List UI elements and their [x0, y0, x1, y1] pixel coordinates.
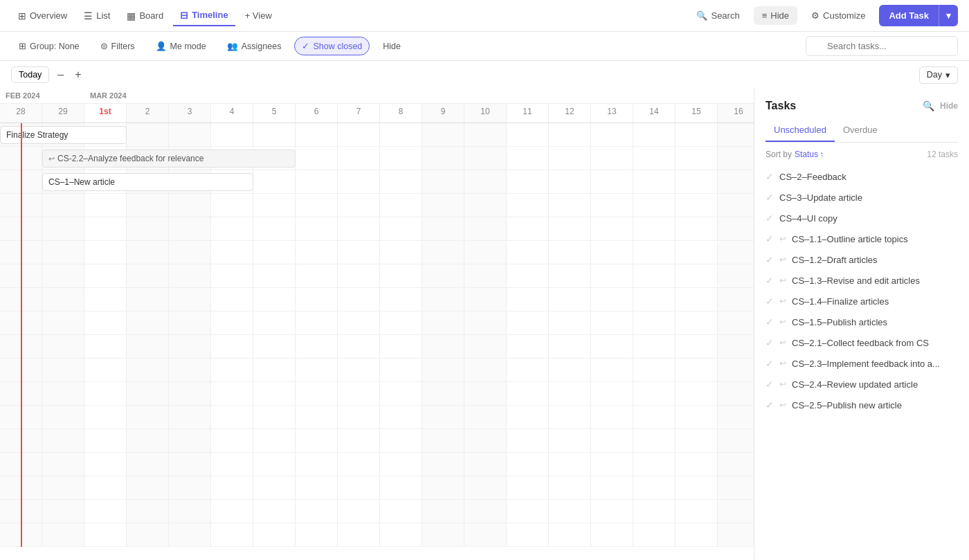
task-item[interactable]: ✓↩CS–1.4–Finalize articles	[757, 291, 966, 311]
subtask-icon: ↩	[779, 338, 786, 347]
day-selector[interactable]: Day ▾	[919, 66, 958, 84]
hide-button[interactable]: ≡ Hide	[754, 6, 797, 25]
nav-add-view[interactable]: + View	[238, 6, 279, 25]
grid-cell	[676, 476, 718, 500]
next-nav-button[interactable]: +	[72, 67, 84, 82]
today-button[interactable]: Today	[11, 66, 49, 83]
sort-arrow-icon: ↑	[819, 150, 824, 159]
grid-cell	[380, 311, 422, 335]
task-bar-cs1[interactable]: CS–1–New article	[42, 173, 253, 191]
grid-cell	[422, 406, 464, 429]
filters-button[interactable]: ⊜ Filters	[93, 37, 143, 55]
nav-list[interactable]: ☰ List	[77, 6, 117, 26]
grid-cell	[338, 241, 380, 264]
grid-cell	[127, 194, 169, 217]
grid-cell	[211, 523, 253, 547]
prev-nav-button[interactable]: –	[55, 67, 66, 82]
tasks-title-actions: 🔍 Hide	[923, 100, 958, 111]
task-item-label: CS–1.1–Outline article topics	[792, 234, 958, 244]
tasks-search-icon[interactable]: 🔍	[923, 100, 934, 111]
grid-cell	[549, 523, 591, 547]
grid-cell	[591, 123, 633, 147]
grid-cell	[549, 429, 591, 453]
grid-cell	[338, 382, 380, 406]
show-closed-button[interactable]: ✓ Show closed	[294, 37, 370, 55]
subtask-icon: ↩	[779, 379, 786, 389]
nav-overview[interactable]: ⊞ Overview	[11, 6, 74, 26]
grid-cell	[211, 123, 253, 147]
nav-timeline[interactable]: ⊟ Timeline	[173, 6, 235, 26]
grid-cell	[338, 429, 380, 453]
tasks-panel: Tasks 🔍 Hide Unscheduled Overdue Sort by…	[754, 89, 969, 560]
nav-timeline-label: Timeline	[192, 10, 228, 20]
tasks-title-row: Tasks 🔍 Hide	[766, 100, 958, 112]
me-mode-icon: 👤	[156, 41, 167, 51]
search-tasks-input[interactable]	[806, 36, 958, 56]
group-none-button[interactable]: ⊞ Group: None	[11, 37, 87, 55]
grid-cell	[718, 406, 754, 429]
task-item[interactable]: ✓CS–4–UI copy	[757, 208, 966, 228]
grid-cell	[549, 382, 591, 406]
grid-cell	[296, 453, 338, 476]
task-item[interactable]: ✓↩CS–2.5–Publish new article	[757, 395, 966, 415]
tasks-hide-label[interactable]: Hide	[940, 101, 958, 111]
grid-cell	[549, 170, 591, 194]
task-item[interactable]: ✓CS–3–Update article	[757, 187, 966, 208]
grid-cell	[42, 241, 84, 264]
task-bar-cs22[interactable]: ↩ CS-2.2–Analyze feedback for relevance	[42, 150, 296, 168]
subtask-icon: ↩	[779, 255, 786, 264]
grid-cell	[380, 382, 422, 406]
grid-cell	[718, 170, 754, 194]
task-item[interactable]: ✓↩CS–2.3–Implement feedback into a...	[757, 353, 966, 374]
hide-toolbar-label: Hide	[383, 42, 401, 51]
sort-status-button[interactable]: Status ↑	[795, 150, 824, 159]
grid-cell	[338, 406, 380, 429]
grid-cell	[633, 217, 676, 241]
grid-cell	[718, 147, 754, 170]
task-item[interactable]: ✓↩CS–1.2–Draft articles	[757, 249, 966, 270]
grid-cell	[464, 500, 507, 523]
task-item[interactable]: ✓↩CS–1.5–Publish articles	[757, 311, 966, 332]
customize-icon: ⚙	[811, 10, 819, 21]
grid-cell	[507, 264, 549, 288]
assignees-label: Assignees	[242, 42, 282, 51]
grid-cell	[253, 311, 296, 335]
task-item[interactable]: ✓↩CS–1.1–Outline article topics	[757, 228, 966, 249]
assignees-button[interactable]: 👥 Assignees	[219, 37, 289, 55]
grid-cell	[633, 453, 676, 476]
grid-cell	[422, 335, 464, 359]
add-task-dropdown-icon[interactable]: ▾	[939, 5, 958, 26]
grid-cell	[633, 241, 676, 264]
nav-board[interactable]: ▦ Board	[120, 6, 170, 26]
task-bar-finalize-strategy[interactable]: Finalize Strategy	[0, 126, 127, 144]
grid-cell	[84, 194, 127, 217]
nav-left: ⊞ Overview ☰ List ▦ Board ⊟ Timeline + V…	[11, 6, 279, 26]
grid-cell	[380, 406, 422, 429]
search-button[interactable]: 🔍 Search	[688, 6, 748, 25]
tab-overdue[interactable]: Overdue	[835, 119, 886, 142]
grid-cell	[380, 123, 422, 147]
me-mode-button[interactable]: 👤 Me mode	[148, 37, 214, 55]
grid-cell	[296, 429, 338, 453]
grid-cell	[676, 264, 718, 288]
hide-toolbar-button[interactable]: Hide	[375, 37, 408, 55]
grid-cell	[84, 241, 127, 264]
grid-row	[0, 311, 754, 335]
grid-cell	[507, 335, 549, 359]
date-cell: 29	[42, 104, 84, 123]
task-item[interactable]: ✓↩CS–2.4–Review updated article	[757, 374, 966, 395]
task-item[interactable]: ✓↩CS–2.1–Collect feedback from CS	[757, 332, 966, 353]
task-item[interactable]: ✓CS–2–Feedback	[757, 166, 966, 187]
grid-cell	[380, 359, 422, 382]
grid-cell	[591, 241, 633, 264]
task-item[interactable]: ✓↩CS–1.3–Revise and edit articles	[757, 270, 966, 291]
customize-button[interactable]: ⚙ Customize	[803, 6, 873, 25]
grid-cell	[211, 359, 253, 382]
add-task-button[interactable]: Add Task ▾	[879, 5, 958, 26]
grid-cell	[296, 359, 338, 382]
date-cell: 14	[633, 104, 676, 123]
nav-add-view-label: + View	[245, 10, 272, 21]
grid-cell	[549, 453, 591, 476]
tab-unscheduled[interactable]: Unscheduled	[766, 119, 835, 142]
grid-cell	[296, 500, 338, 523]
